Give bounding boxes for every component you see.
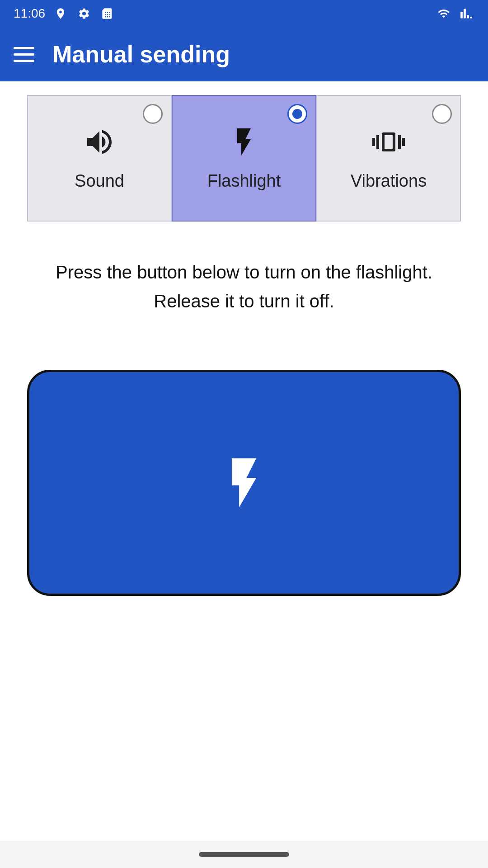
mode-card-vibrations[interactable]: Vibrations	[316, 95, 461, 222]
mode-card-flashlight[interactable]: Flashlight	[172, 95, 316, 222]
menu-button[interactable]	[14, 47, 34, 62]
home-indicator	[199, 852, 289, 857]
bottom-nav-bar	[0, 841, 488, 868]
description-content: Press the button below to turn on the fl…	[56, 262, 432, 311]
hamburger-line-2	[14, 53, 34, 56]
flashlight-press-button[interactable]	[27, 370, 461, 596]
location-icon	[52, 7, 69, 20]
flashlight-radio	[287, 104, 307, 124]
wifi-icon	[436, 7, 452, 20]
description-text: Press the button below to turn on the fl…	[0, 231, 488, 343]
settings-icon	[76, 7, 92, 20]
flashlight-label: Flashlight	[207, 171, 281, 191]
page-title: Manual sending	[52, 41, 230, 68]
sound-icon	[83, 126, 116, 163]
flash-button-area	[0, 343, 488, 632]
hamburger-line-1	[14, 47, 34, 49]
vibrations-label: Vibrations	[351, 171, 427, 191]
vibrations-radio	[432, 104, 452, 124]
flashlight-button-icon	[215, 453, 273, 512]
sim-icon	[99, 7, 116, 20]
app-bar: Manual sending	[0, 27, 488, 81]
status-right-icons	[436, 7, 474, 20]
mode-card-sound[interactable]: Sound	[27, 95, 172, 222]
status-time-area: 11:06	[14, 6, 116, 21]
vibration-icon	[372, 126, 405, 163]
flashlight-icon	[228, 126, 260, 163]
hamburger-line-3	[14, 60, 34, 62]
signal-icon	[458, 7, 474, 20]
status-time: 11:06	[14, 6, 45, 21]
mode-selection: Sound Flashlight Vibrations	[0, 81, 488, 231]
status-bar: 11:06	[0, 0, 488, 27]
sound-label: Sound	[75, 171, 124, 191]
sound-radio	[143, 104, 163, 124]
